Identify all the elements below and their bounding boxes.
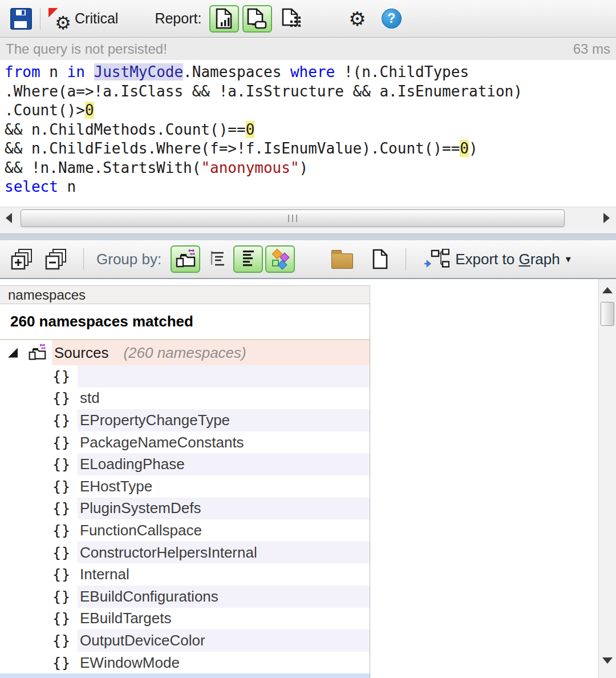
horizontal-scrollbar-thumb[interactable] <box>21 209 565 227</box>
list-item[interactable]: {}ConstructorHelpersInternal <box>0 542 370 564</box>
panel-splitter[interactable] <box>0 233 616 240</box>
namespace-cell: EWindowMode <box>78 652 370 674</box>
collapse-all-button[interactable] <box>42 245 71 273</box>
report-matrix-icon <box>281 8 302 30</box>
severity-button[interactable]: ⚙ Critical <box>47 7 118 31</box>
expand-all-button[interactable] <box>8 245 37 273</box>
list-item[interactable]: {}EPropertyChangeType <box>0 409 370 431</box>
list-item[interactable]: {}Internal <box>0 563 370 586</box>
report-label: Report: <box>155 10 201 27</box>
scroll-up-button[interactable] <box>599 281 616 298</box>
panel-gap <box>0 228 616 233</box>
list-item[interactable]: {}EBuildTargets <box>0 608 370 630</box>
list-item[interactable]: {}EWindowMode <box>0 652 370 674</box>
report-matrix-button[interactable] <box>277 5 306 33</box>
list-item[interactable]: {} <box>0 365 370 388</box>
expand-all-icon <box>11 248 34 270</box>
new-document-button[interactable] <box>366 245 394 273</box>
query-duration: 63 ms <box>573 41 610 57</box>
results-toolbar: Group by: <box>0 240 616 279</box>
status-bar: The query is not persisted! 63 ms <box>0 38 616 60</box>
namespace-name: EPropertyChangeType <box>80 411 230 429</box>
thumb-grip <box>292 215 293 222</box>
match-summary: 260 namespaces matched <box>0 304 370 339</box>
results-panel: namespaces 260 namespaces matched Source… <box>0 279 616 678</box>
query-window: ⚙ Critical Report: <box>0 0 616 678</box>
namespace-name: EBuildTargets <box>80 610 171 627</box>
namespace-name: EHostType <box>80 478 152 495</box>
namespace-name: Internal <box>80 566 129 583</box>
namespace-name: OutputDeviceColor <box>80 632 205 649</box>
namespace-cell: EBuildConfigurations <box>78 586 370 608</box>
namespace-braces-icon: {} <box>52 629 78 652</box>
namespace-cell: std <box>78 388 370 410</box>
namespace-cell: EPropertyChangeType <box>78 409 370 431</box>
list-item[interactable]: {}FunctionCallspace <box>0 519 370 542</box>
export-to-graph-button[interactable]: Export to Graph ▾ <box>423 249 571 269</box>
namespace-braces-icon: {} <box>52 453 78 475</box>
open-results-folder-button[interactable] <box>328 245 356 273</box>
group-by-parent-button[interactable] <box>171 245 200 273</box>
code-editor[interactable]: from n in JustMyCode.Namespaces where !(… <box>0 60 616 207</box>
group-by-list-button[interactable] <box>233 245 263 273</box>
group-row-sources[interactable]: Sources (260 namespaces) <box>0 340 370 365</box>
group-by-list-icon <box>240 249 257 269</box>
report-app-button[interactable] <box>242 5 272 33</box>
group-by-color-icon <box>269 248 291 271</box>
namespace-name: ELoadingPhase <box>80 455 185 473</box>
namespace-cell: EHostType <box>78 475 370 498</box>
group-by-tree-icon <box>206 249 227 269</box>
namespace-braces-icon: {} <box>52 608 78 630</box>
group-by-color-button[interactable] <box>265 245 295 273</box>
report-chart-icon <box>214 8 234 30</box>
document-icon <box>371 249 388 269</box>
namespace-braces-icon: {} <box>52 519 78 542</box>
namespace-name: EWindowMode <box>80 654 180 672</box>
report-chart-button[interactable] <box>209 5 239 33</box>
list-item[interactable]: {}PackageNameConstants <box>0 431 370 454</box>
group-by-tree-button[interactable] <box>202 245 231 273</box>
namespace-cell: Internal <box>78 563 370 586</box>
partially-visible-row[interactable] <box>0 673 370 678</box>
group-by-parent-icon <box>174 249 197 269</box>
namespace-cell: OutputDeviceColor <box>78 629 370 652</box>
query-toolbar: ⚙ Critical Report: <box>0 0 616 38</box>
status-message: The query is not persisted! <box>6 41 167 57</box>
vertical-scrollbar-thumb[interactable] <box>601 302 614 326</box>
namespace-braces-icon: {} <box>52 431 78 454</box>
namespace-cell: PackageNameConstants <box>78 431 370 454</box>
vertical-scrollbar[interactable] <box>598 279 616 678</box>
namespace-cell <box>78 365 370 388</box>
export-graph-icon <box>423 249 449 269</box>
list-item[interactable]: {}EBuildConfigurations <box>0 586 370 608</box>
report-app-icon <box>246 8 268 30</box>
thumb-grip <box>288 215 289 222</box>
namespace-name: ConstructorHelpersInternal <box>80 544 257 562</box>
settings-button[interactable]: ⚙ <box>344 5 370 33</box>
export-to-graph-label: Export to Graph <box>455 251 560 268</box>
namespace-name: PackageNameConstants <box>80 434 244 451</box>
namespace-cell: ELoadingPhase <box>78 453 370 475</box>
folder-icon <box>331 253 353 269</box>
save-query-button[interactable] <box>8 5 34 33</box>
gear-icon: ⚙ <box>348 9 366 29</box>
scroll-right-button[interactable] <box>598 207 615 229</box>
expander-icon[interactable] <box>8 348 18 358</box>
list-item[interactable]: {}std <box>0 388 370 410</box>
namespace-braces-icon: {} <box>52 409 78 431</box>
group-cell: Sources (260 namespaces) <box>52 340 370 365</box>
list-item[interactable]: {}PluginSystemDefs <box>0 498 370 520</box>
scroll-left-button[interactable] <box>0 207 17 229</box>
help-button[interactable]: ? <box>378 5 404 33</box>
list-item[interactable]: {}OutputDeviceColor <box>0 629 370 652</box>
list-item[interactable]: {}EHostType <box>0 475 370 498</box>
group-name: Sources <box>54 344 108 362</box>
namespace-braces-icon: {} <box>52 498 78 520</box>
namespace-braces-icon: {} <box>52 586 78 608</box>
column-header-namespaces[interactable]: namespaces <box>0 285 370 304</box>
results-tree: 260 namespaces matched Sources (260 name… <box>0 304 370 678</box>
list-item[interactable]: {}ELoadingPhase <box>0 453 370 475</box>
scroll-down-button[interactable] <box>599 652 616 669</box>
horizontal-scrollbar[interactable] <box>0 207 616 228</box>
namespace-braces-icon: {} <box>52 365 78 388</box>
